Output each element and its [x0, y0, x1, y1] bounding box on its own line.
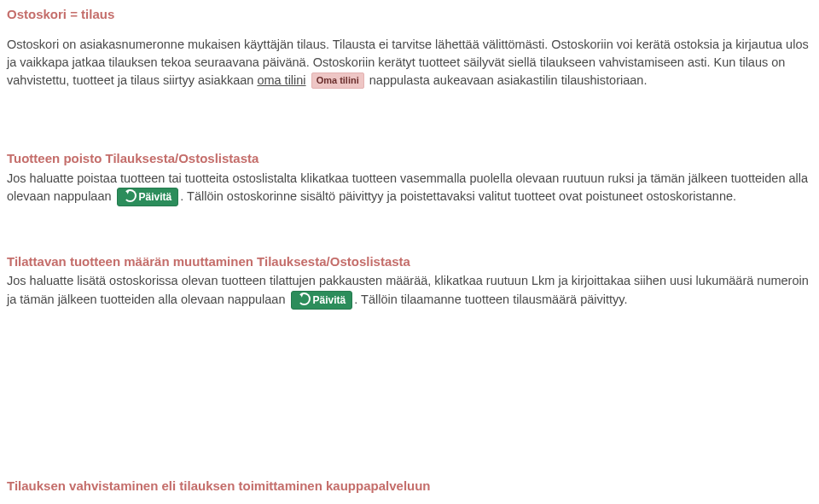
refresh-icon	[124, 189, 136, 202]
heading-ostoskori-tilaus: Ostoskori = tilaus	[7, 5, 812, 24]
paragraph-maaran-muuttaminen: Jos haluatte lisätä ostoskorissa olevan …	[7, 272, 812, 309]
refresh-icon	[298, 293, 311, 305]
heading-maaran-muuttaminen: Tilattavan tuotteen määrän muuttaminen T…	[7, 252, 812, 271]
text: . Tällöin tilaamanne tuotteen tilausmäär…	[354, 293, 627, 306]
paragraph-tuotteen-poisto: Jos haluatte poistaa tuotteen tai tuotte…	[7, 170, 812, 206]
document-page: Ostoskori = tilaus Ostoskori on asiakasn…	[0, 0, 819, 495]
heading-tilauksen-vahvistaminen: Tilauksen vahvistaminen eli tilauksen to…	[7, 477, 812, 495]
button-paivita[interactable]: Päivitä	[291, 291, 353, 310]
spacer	[7, 112, 812, 149]
text: . Tällöin ostoskorinne sisältö päivittyy…	[180, 189, 736, 203]
spacer	[7, 229, 812, 252]
link-oma-tilini[interactable]: oma tilini	[257, 73, 305, 87]
button-paivita[interactable]: Päivitä	[117, 188, 179, 206]
button-label: Päivitä	[139, 191, 172, 203]
spacer	[7, 332, 812, 477]
button-oma-tilini[interactable]: Oma tilini	[311, 72, 364, 89]
text: nappulasta aukeavaan asiakastilin tilaus…	[369, 73, 648, 87]
button-label: Päivitä	[313, 294, 346, 306]
heading-tuotteen-poisto: Tuotteen poisto Tilauksesta/Ostoslistast…	[7, 149, 812, 168]
paragraph-ostoskori: Ostoskori on asiakasnumeronne mukaisen k…	[7, 36, 812, 90]
